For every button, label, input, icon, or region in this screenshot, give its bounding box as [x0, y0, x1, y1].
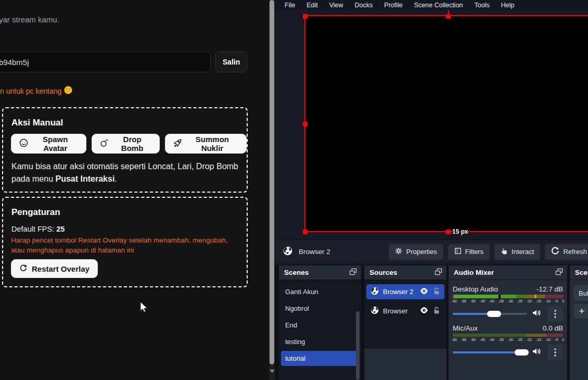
scene-item[interactable]: Ngobrol	[281, 301, 359, 316]
channel-mic-aux: Mic/Aux 0.0 dB -60-55-50-45-40-35-30-25-…	[449, 324, 567, 359]
globe-icon	[283, 246, 292, 257]
aksi-buttons-row: Spawn Avatar Drop Bomb Summon Nuklir	[11, 134, 247, 154]
scene-item[interactable]: testing	[281, 334, 359, 349]
add-transition-button[interactable]: +	[574, 304, 588, 319]
lock-icon[interactable]	[433, 307, 440, 316]
transitions-header: Scene Transitions	[570, 265, 588, 280]
toolbar-buttons: Properties Filters Interact Refresh	[389, 244, 588, 260]
scene-list-scrollbar[interactable]	[356, 311, 360, 380]
summon-nuklir-button[interactable]: Summon Nuklir	[165, 134, 247, 154]
scrollbar-down-arrow-icon[interactable]	[270, 370, 275, 373]
bomb-icon	[100, 138, 109, 149]
handle-top-center[interactable]	[446, 14, 451, 19]
menu-item[interactable]: Profile	[378, 2, 408, 9]
sources-header: Sources	[364, 265, 446, 280]
overlay-code-input[interactable]	[0, 52, 211, 72]
refresh-button[interactable]: Refresh	[545, 244, 588, 260]
channel-desktop-audio: Desktop Audio -12.7 dB -60-55-50-45-40-3…	[449, 285, 567, 321]
db-value: -12.7 dB	[536, 285, 563, 293]
intro-text: yar stream kamu.	[0, 15, 59, 24]
screen: yar stream kamu. Salin n untuk pc kentan…	[0, 0, 588, 380]
volume-slider[interactable]	[453, 346, 527, 359]
size-label: 15 px	[452, 228, 468, 235]
visibility-eye-icon[interactable]	[419, 287, 429, 296]
meter-ticks: -60-55-50-45-40-35-30-25-20-15-10-50	[452, 337, 564, 342]
scene-item[interactable]: tutorial	[281, 351, 359, 366]
properties-button[interactable]: Properties	[389, 244, 443, 260]
sources-panel-footer	[364, 349, 446, 380]
obs-docks: Scenes Ganti AkunNgobrolEndtestingtutori…	[275, 265, 588, 380]
globe-icon	[370, 306, 379, 316]
handle-top-left[interactable]	[303, 14, 308, 19]
spawn-avatar-button[interactable]: Spawn Avatar	[11, 134, 86, 154]
source-list: Browser 2 Browser	[364, 280, 446, 349]
scene-list: Ganti AkunNgobrolEndtestingtutorial	[279, 280, 361, 366]
default-fps: Default FPS: 25	[11, 225, 65, 233]
audio-mixer-panel: Audio Mixer Desktop Audio -12.7 dB -60-5…	[449, 265, 567, 380]
aksi-manual-title: Aksi Manual	[11, 118, 63, 128]
refresh-icon	[551, 247, 559, 257]
source-item-browser[interactable]: Browser	[366, 303, 444, 319]
handle-bottom-center[interactable]	[446, 230, 451, 234]
audio-mixer-header: Audio Mixer	[449, 265, 567, 280]
handle-middle-left[interactable]	[303, 122, 308, 126]
mouse-cursor-icon	[139, 301, 151, 316]
sources-panel: Sources Browser 2 Browser	[364, 265, 446, 380]
channel-menu-button[interactable]	[547, 345, 563, 360]
speaker-icon[interactable]	[532, 309, 541, 319]
obs-menubar: FileEditViewDocksProfileScene Collection…	[275, 0, 588, 10]
hand-pointer-icon	[501, 247, 508, 257]
source-item-browser2[interactable]: Browser 2	[366, 284, 444, 299]
obs-window: FileEditViewDocksProfileScene Collection…	[275, 0, 588, 380]
plus-icon: +	[579, 306, 584, 317]
smiley-icon	[19, 138, 28, 149]
popout-icon[interactable]	[349, 268, 357, 277]
meter-ticks: -60-55-50-45-40-35-30-25-20-15-10-50	[452, 299, 564, 303]
db-value: 0.0 dB	[543, 324, 563, 332]
menu-item[interactable]: Edit	[301, 2, 324, 9]
visibility-eye-icon[interactable]	[419, 307, 429, 315]
interact-button[interactable]: Interact	[494, 244, 540, 260]
menu-item[interactable]: File	[279, 2, 301, 9]
volume-slider[interactable]	[453, 307, 527, 321]
popout-icon[interactable]	[555, 268, 563, 277]
volume-meter	[453, 334, 563, 337]
drop-bomb-button[interactable]: Drop Bomb	[92, 134, 159, 154]
aksi-manual-box: Aksi Manual Spawn Avatar Drop Bomb Summo…	[2, 107, 248, 193]
channel-menu-button[interactable]	[547, 306, 563, 322]
restart-overlay-button[interactable]: Restart Overlay	[11, 259, 98, 278]
popout-icon[interactable]	[434, 268, 442, 277]
source-toolbar: Browser 2 Properties Filters Interact R	[275, 239, 588, 263]
filters-button[interactable]: Filters	[448, 244, 490, 260]
filter-icon	[454, 247, 462, 256]
pengaturan-box: Pengaturan Default FPS: 25 Harap pencet …	[2, 197, 248, 287]
speaker-icon[interactable]	[532, 347, 541, 358]
copy-button[interactable]: Salin	[215, 52, 247, 72]
scene-item[interactable]: Ganti Akun	[281, 284, 359, 299]
potato-note: n untuk pc kentang	[0, 86, 72, 96]
scrollbar-thumb[interactable]	[270, 0, 274, 364]
obs-preview-area[interactable]: 15 px	[275, 10, 588, 239]
scene-item[interactable]: End	[281, 318, 359, 333]
transition-select[interactable]: Bubble	[574, 285, 588, 301]
pengaturan-title: Pengaturan	[11, 207, 60, 218]
rocket-icon	[173, 138, 182, 149]
aksi-description: Kamu bisa atur aksi otomatis seperti Lon…	[11, 160, 242, 185]
menu-item[interactable]: Scene Collection	[408, 2, 469, 9]
globe-icon	[370, 287, 379, 297]
volume-meter	[453, 295, 563, 298]
preview-canvas[interactable]	[305, 16, 588, 232]
scenes-header: Scenes	[279, 265, 361, 280]
handle-bottom-left[interactable]	[303, 230, 308, 234]
grin-emoji-icon	[64, 86, 72, 96]
menu-item[interactable]: View	[324, 2, 349, 9]
restart-icon	[19, 264, 28, 274]
page-scrollbar[interactable]	[269, 0, 275, 380]
gear-icon	[395, 247, 402, 256]
menu-item[interactable]: Tools	[469, 2, 495, 9]
scene-transitions-panel: Scene Transitions Bubble +	[570, 265, 588, 380]
menu-item[interactable]: Help	[495, 2, 520, 9]
scenes-panel: Scenes Ganti AkunNgobrolEndtestingtutori…	[279, 265, 361, 380]
lock-icon[interactable]	[433, 287, 440, 297]
menu-item[interactable]: Docks	[349, 2, 379, 9]
